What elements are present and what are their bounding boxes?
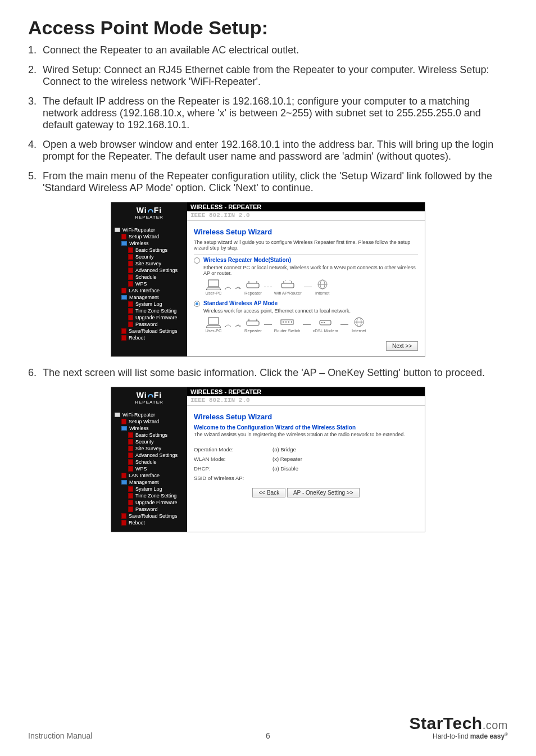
file-icon [128, 308, 133, 314]
nav-schedule[interactable]: Schedule [113, 459, 185, 465]
nav-site-survey[interactable]: Site Survey [113, 260, 185, 267]
nav-root[interactable]: WiFi-Repeater [113, 227, 185, 233]
svg-rect-0 [208, 280, 219, 287]
file-icon [128, 301, 133, 307]
file-icon [128, 254, 133, 260]
nav-save-reload[interactable]: Save/Reload Settings [113, 513, 185, 519]
option-repeater-mode[interactable]: Wireless Repeater Mode(Station) Ethernet… [194, 257, 418, 296]
nav-reboot[interactable]: Reboot [113, 519, 185, 526]
nav-root[interactable]: WiFi-Repeater [113, 411, 185, 418]
nav-wps[interactable]: WPS [113, 465, 185, 472]
nav-advanced-settings[interactable]: Advanced Settings [113, 267, 185, 274]
nav-lan-interface[interactable]: LAN Interface [113, 287, 185, 294]
root-icon [115, 228, 120, 232]
ap-onekey-button[interactable]: AP - OneKey Setting >> [287, 488, 360, 497]
radio-unchecked-icon[interactable] [194, 257, 200, 264]
wifi-arc-icon [148, 209, 153, 212]
nav-password[interactable]: Password [113, 321, 185, 328]
file-icon [128, 446, 133, 451]
modem-icon [319, 318, 331, 326]
nav-management[interactable]: Management [113, 294, 185, 301]
step-3: The default IP address on the Repeater i… [28, 96, 508, 131]
nav-schedule[interactable]: Schedule [113, 274, 185, 280]
diagram-ap: User-PC Repeater Router Switch xDSL Mode… [194, 316, 418, 333]
router-logo: WiFi REPEATER [111, 202, 187, 223]
nav-management[interactable]: Management [113, 479, 185, 486]
svg-rect-5 [281, 283, 294, 288]
brand-logo: StarTech.com Hard-to-find made easy® [410, 714, 508, 740]
router-header-title: WIRELESS - REPEATER [187, 387, 425, 396]
row-wlan-mode: WLAN Mode:(x) Repeater [194, 456, 418, 462]
file-icon [128, 493, 133, 499]
nav-password[interactable]: Password [113, 506, 185, 513]
svg-rect-13 [247, 321, 259, 325]
switch-icon [280, 318, 294, 326]
nav-wps[interactable]: WPS [113, 280, 185, 287]
nav-save-reload[interactable]: Save/Reload Settings [113, 328, 185, 334]
page-footer: Instruction Manual 6 StarTech.com Hard-t… [28, 714, 508, 740]
file-icon [121, 513, 126, 519]
file-icon [121, 234, 126, 239]
nav-upgrade-firmware[interactable]: Upgrade Firmware [113, 499, 185, 506]
svg-point-1 [225, 288, 226, 289]
nav-wireless[interactable]: Wireless [113, 240, 185, 247]
nav-basic-settings[interactable]: Basic Settings [113, 247, 185, 253]
router-nav: WiFi-Repeater Setup Wizard Wireless Basi… [111, 223, 187, 356]
file-icon [128, 439, 133, 445]
nav-reboot[interactable]: Reboot [113, 334, 185, 341]
nav-system-log[interactable]: System Log [113, 486, 185, 492]
repeater-icon [246, 318, 260, 327]
file-icon [128, 274, 133, 280]
row-operation-mode: Operation Mode:(o) Bridge [194, 446, 418, 452]
file-icon [121, 473, 126, 478]
nav-time-zone[interactable]: Time Zone Setting [113, 492, 185, 499]
folder-icon [121, 295, 127, 300]
radio-checked-icon[interactable] [194, 301, 200, 307]
opt2-desc: Wireless work for access point, Ethernet… [194, 308, 418, 314]
file-icon [121, 335, 126, 341]
file-icon [128, 506, 133, 512]
nav-system-log[interactable]: System Log [113, 301, 185, 307]
nav-site-survey[interactable]: Site Survey [113, 445, 185, 452]
step-1: Connect the Repeater to an available AC … [28, 44, 508, 56]
file-icon [128, 432, 133, 438]
nav-setup-wizard[interactable]: Setup Wizard [113, 418, 185, 425]
svg-point-23 [324, 322, 325, 323]
file-icon [128, 486, 133, 492]
nav-lan-interface[interactable]: LAN Interface [113, 472, 185, 479]
router-header-sub: IEEE 802.IIN 2.0 [187, 211, 425, 221]
screenshot-setup-wizard-info: WiFi REPEATER WIRELESS - REPEATER IEEE 8… [111, 387, 425, 532]
wizard-title: Wireless Setup Wizard [194, 228, 418, 236]
nav-time-zone[interactable]: Time Zone Setting [113, 307, 185, 314]
manual-label: Instruction Manual [28, 731, 92, 740]
file-icon [128, 466, 133, 472]
wifi-arc-icon [148, 394, 153, 397]
file-icon [128, 315, 133, 320]
step-6: The next screen will list some basic inf… [28, 367, 508, 379]
nav-setup-wizard[interactable]: Setup Wizard [113, 233, 185, 240]
welcome-text: Welcome to the Configuration Wizard of t… [194, 424, 418, 431]
wizard-desc: The setup wizard will guide you to confi… [194, 239, 418, 251]
page-number: 6 [266, 731, 270, 740]
svg-point-22 [321, 322, 322, 323]
logo-subtext: REPEATER [135, 215, 163, 220]
opt2-title: Standard Wireless AP Mode [203, 300, 278, 306]
router-nav: WiFi-Repeater Setup Wizard Wireless Basi… [111, 408, 187, 532]
file-icon [128, 247, 133, 253]
next-button[interactable]: Next >> [386, 341, 418, 351]
back-button[interactable]: << Back [252, 488, 285, 497]
nav-upgrade-firmware[interactable]: Upgrade Firmware [113, 314, 185, 321]
option-ap-mode[interactable]: Standard Wireless AP Mode Wireless work … [194, 300, 418, 333]
root-icon [115, 413, 120, 417]
wifi-waves-icon [224, 321, 232, 329]
router-logo: WiFi REPEATER [111, 387, 187, 408]
steps-list: Connect the Repeater to an available AC … [28, 44, 508, 532]
file-icon [128, 452, 133, 458]
nav-security[interactable]: Security [113, 438, 185, 445]
svg-rect-11 [208, 318, 219, 324]
nav-advanced-settings[interactable]: Advanced Settings [113, 452, 185, 459]
row-dhcp: DHCP:(o) Disable [194, 465, 418, 472]
nav-wireless[interactable]: Wireless [113, 425, 185, 432]
nav-basic-settings[interactable]: Basic Settings [113, 432, 185, 438]
nav-security[interactable]: Security [113, 253, 185, 260]
